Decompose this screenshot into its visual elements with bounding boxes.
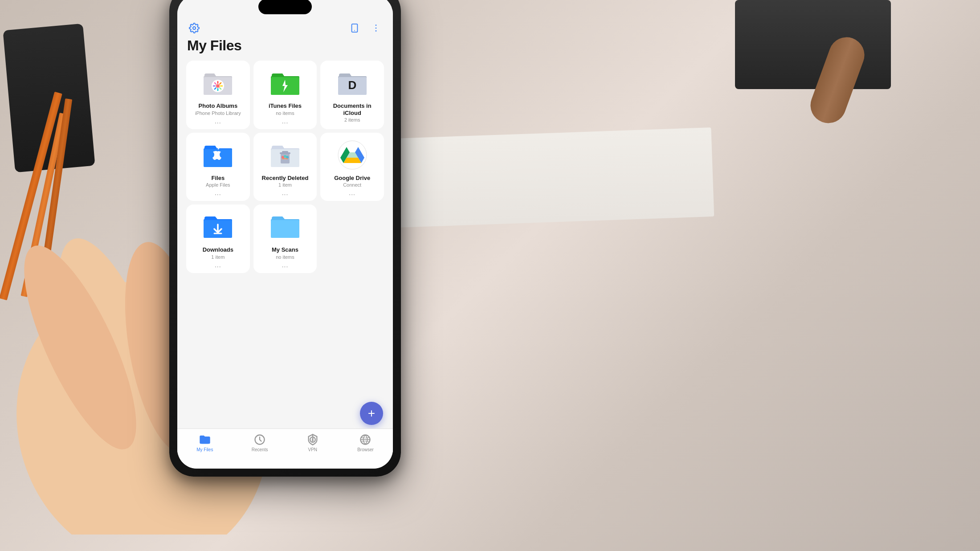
my-scans-more[interactable]: ... <box>282 261 289 269</box>
recently-deleted-sub: 1 item <box>278 182 292 188</box>
page-title: My Files <box>187 37 241 54</box>
my-scans-folder-icon <box>269 211 301 243</box>
my-files-tab-icon <box>199 433 211 446</box>
svg-text:D: D <box>348 78 356 92</box>
recently-deleted-more[interactable]: ... <box>282 189 289 196</box>
itunes-name: iTunes Files <box>269 102 302 110</box>
svg-point-10 <box>376 30 377 32</box>
downloads-folder-icon <box>202 211 234 243</box>
files-more[interactable]: ... <box>215 189 221 196</box>
tab-recents[interactable]: Recents <box>252 433 268 452</box>
files-name: Files <box>212 175 225 182</box>
google-drive-name: Google Drive <box>334 175 370 182</box>
file-item-icloud[interactable]: D Documents in iCloud 2 items <box>320 61 384 129</box>
svg-point-12 <box>216 84 220 88</box>
settings-button[interactable] <box>186 20 202 36</box>
photo-albums-name: Photo Albums <box>199 102 238 110</box>
tab-my-files[interactable]: My Files <box>196 433 213 452</box>
downloads-name: Downloads <box>203 246 233 253</box>
vpn-tab-icon <box>306 433 319 446</box>
more-icon-button[interactable] <box>368 20 384 36</box>
phone-device: My Files <box>169 0 401 551</box>
top-bar <box>177 17 393 39</box>
google-drive-icon <box>336 139 368 171</box>
file-item-my-scans[interactable]: My Scans no items ... <box>253 204 317 273</box>
files-grid: Photo Albums iPhone Photo Library ... <box>183 61 388 273</box>
file-item-itunes[interactable]: iTunes Files no items ... <box>253 61 317 129</box>
apple-files-folder-icon <box>202 139 234 171</box>
google-drive-more[interactable]: ... <box>349 189 355 196</box>
icloud-docs-sub: 2 items <box>344 117 360 122</box>
recently-deleted-icon <box>269 139 301 171</box>
downloads-sub: 1 item <box>211 254 225 260</box>
files-sub: Apple Files <box>206 182 230 188</box>
photo-albums-icon <box>202 67 234 99</box>
vpn-tab-label: VPN <box>308 447 318 452</box>
file-item-recently-deleted[interactable]: Recently Deleted 1 item ... <box>253 133 317 201</box>
svg-point-9 <box>376 28 377 29</box>
svg-point-8 <box>376 24 377 26</box>
phone-screen: My Files <box>177 0 393 469</box>
itunes-sub: no items <box>276 110 294 116</box>
browser-tab-icon <box>359 433 372 446</box>
icloud-folder-icon: D <box>336 67 368 99</box>
my-files-tab-label: My Files <box>196 447 213 452</box>
svg-rect-25 <box>282 151 288 153</box>
tab-bar: My Files Recents <box>177 429 393 469</box>
file-item-photo-albums[interactable]: Photo Albums iPhone Photo Library ... <box>186 61 250 129</box>
dynamic-island <box>258 0 312 14</box>
itunes-more[interactable]: ... <box>282 118 289 125</box>
tab-browser[interactable]: Browser <box>357 433 374 452</box>
svg-point-28 <box>286 156 289 159</box>
downloads-more[interactable]: ... <box>215 261 221 269</box>
google-drive-sub: Connect <box>343 182 361 188</box>
browser-tab-label: Browser <box>357 447 374 452</box>
my-scans-name: My Scans <box>272 246 298 253</box>
recently-deleted-name: Recently Deleted <box>262 175 309 182</box>
tab-vpn[interactable]: VPN <box>306 433 319 452</box>
file-item-files[interactable]: Files Apple Files ... <box>186 133 250 201</box>
photo-albums-sub: iPhone Photo Library <box>195 110 241 116</box>
desk-white-book <box>355 127 714 229</box>
desk-dark-item <box>735 0 891 89</box>
top-bar-right-icons <box>347 20 384 36</box>
recents-tab-label: Recents <box>252 447 268 452</box>
app-content: My Files <box>177 0 393 469</box>
phone-icon-button[interactable] <box>347 20 363 36</box>
file-item-downloads[interactable]: Downloads 1 item ... <box>186 204 250 273</box>
add-button[interactable]: + <box>360 402 383 425</box>
recents-tab-icon <box>253 433 266 446</box>
icloud-docs-name: Documents in iCloud <box>324 102 380 116</box>
itunes-folder-icon <box>269 67 301 99</box>
file-item-google-drive[interactable]: Google Drive Connect ... <box>320 133 384 201</box>
my-scans-sub: no items <box>276 254 294 260</box>
photo-albums-more[interactable]: ... <box>215 118 221 125</box>
phone-body: My Files <box>169 0 401 477</box>
